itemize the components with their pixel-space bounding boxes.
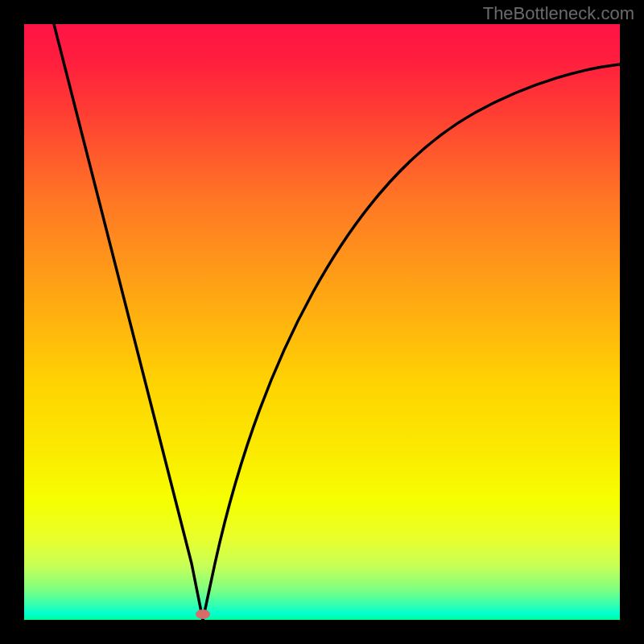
- minimum-marker-icon: [196, 609, 210, 619]
- v-curve: [54, 24, 620, 620]
- watermark: TheBottleneck.com: [483, 3, 634, 24]
- chart-container: TheBottleneck.com: [0, 0, 644, 644]
- curve-svg: [24, 24, 620, 620]
- plot-area: [24, 24, 620, 620]
